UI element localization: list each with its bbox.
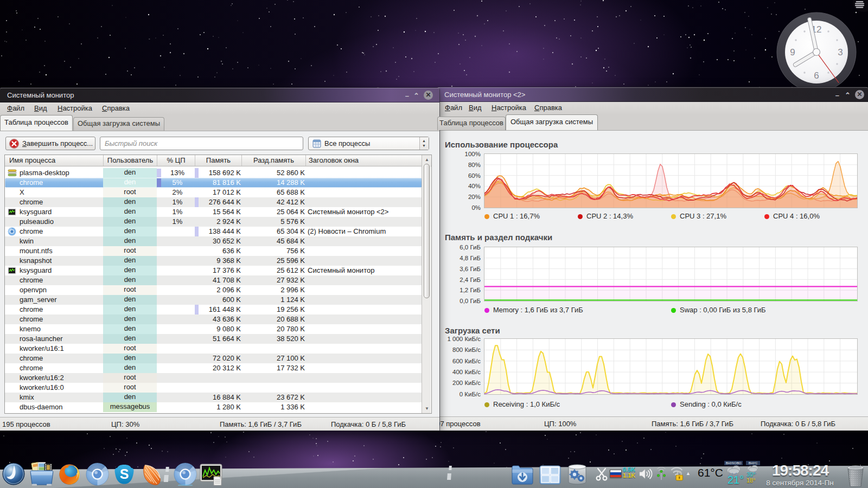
svg-text:6: 6 [814,70,819,81]
svg-text:9: 9 [790,47,795,57]
svg-text:3: 3 [838,47,843,57]
svg-text:S: S [120,466,129,481]
